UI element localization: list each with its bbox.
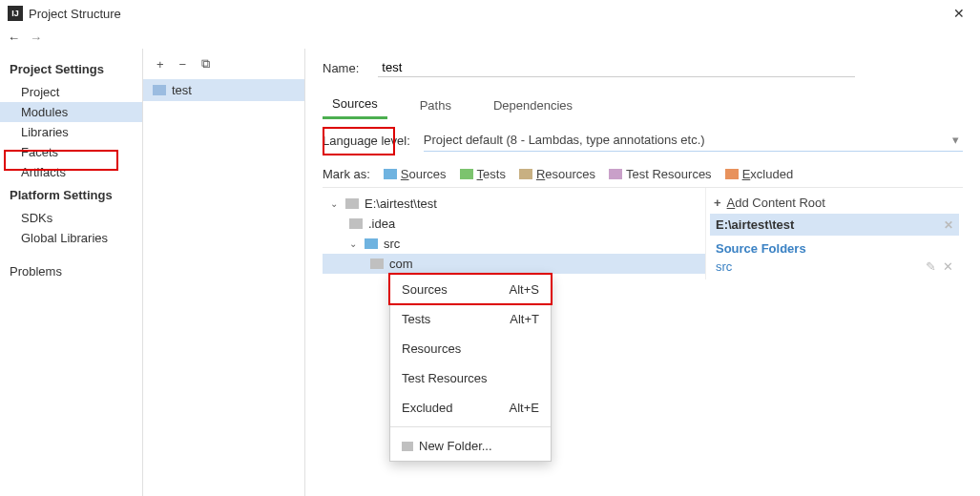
folder-icon <box>153 85 166 95</box>
menu-label: Sources <box>402 282 448 297</box>
module-item-label: test <box>172 83 192 97</box>
add-content-root[interactable]: + Add Content Root <box>710 192 959 214</box>
menu-shortcut: Alt+T <box>510 312 539 326</box>
tree-label: E:\airtest\test <box>365 196 437 211</box>
tree-src[interactable]: ⌄ src <box>323 234 705 254</box>
content-root-path[interactable]: E:\airtest\test ✕ <box>710 214 959 236</box>
sidebar-heading-platform: Platform Settings <box>0 182 142 208</box>
menu-label: Excluded <box>402 401 452 415</box>
sidebar-item-project[interactable]: Project <box>0 82 142 102</box>
back-icon[interactable]: ← <box>8 31 20 45</box>
remove-icon[interactable]: − <box>179 57 187 72</box>
folder-icon <box>365 238 378 249</box>
remove-root-icon[interactable]: ✕ <box>944 218 953 232</box>
add-icon[interactable]: + <box>156 57 164 72</box>
content-roots-panel: + Add Content Root E:\airtest\test ✕ Sou… <box>705 188 963 279</box>
language-level-select[interactable]: Project default (8 - Lambdas, type annot… <box>424 129 963 152</box>
sidebar-item-facets[interactable]: Facets <box>0 142 142 162</box>
menu-resources[interactable]: Resources <box>390 334 551 363</box>
context-menu: Sources Alt+S Tests Alt+T Resources Test… <box>389 274 552 462</box>
separator <box>390 426 551 427</box>
mark-resources[interactable]: Resources <box>519 167 595 181</box>
content-root-label: E:\airtest\test <box>716 217 794 232</box>
module-item-test[interactable]: test <box>143 79 304 101</box>
tab-paths[interactable]: Paths <box>410 93 461 118</box>
edit-icon[interactable]: ✎ <box>926 259 936 274</box>
menu-new-folder[interactable]: New Folder... <box>390 431 551 461</box>
chevron-down-icon[interactable]: ⌄ <box>349 238 359 249</box>
menu-shortcut: Alt+E <box>510 401 539 415</box>
mark-excluded[interactable]: Excluded <box>725 167 793 181</box>
folder-icon <box>402 442 413 451</box>
mark-test-resources[interactable]: Test Resources <box>609 167 712 181</box>
source-tree: ⌄ E:\airtest\test .idea ⌄ src <box>323 188 705 279</box>
tree-label: .idea <box>368 217 395 231</box>
close-button[interactable]: ✕ <box>946 4 972 23</box>
tree-idea[interactable]: .idea <box>323 214 705 234</box>
sidebar-item-problems[interactable]: Problems <box>0 261 142 281</box>
menu-label: Test Resources <box>402 371 488 385</box>
tab-dependencies[interactable]: Dependencies <box>484 93 582 118</box>
folder-icon <box>370 258 384 269</box>
menu-tests[interactable]: Tests Alt+T <box>390 304 551 334</box>
tree-root[interactable]: ⌄ E:\airtest\test <box>323 194 705 214</box>
tree-label: com <box>389 257 413 271</box>
source-folders-heading: Source Folders <box>710 236 959 258</box>
chevron-down-icon[interactable]: ⌄ <box>330 198 340 209</box>
name-field[interactable] <box>378 58 855 77</box>
modules-list: + − ⧉ test <box>143 49 305 496</box>
tree-com[interactable]: com <box>323 254 705 274</box>
mark-as-label: Mark as: <box>323 167 370 181</box>
forward-icon[interactable]: → <box>30 31 42 45</box>
menu-sources[interactable]: Sources Alt+S <box>390 275 551 304</box>
language-level-label: Language level: <box>323 134 410 148</box>
source-folder-label: src <box>716 259 732 274</box>
sidebar-item-modules[interactable]: Modules <box>0 102 142 122</box>
window-title: Project Structure <box>29 7 946 21</box>
mark-tests[interactable]: Tests <box>460 167 506 181</box>
language-level-value: Project default (8 - Lambdas, type annot… <box>424 133 705 147</box>
modules-toolbar: + − ⧉ <box>143 49 304 79</box>
plus-icon: + <box>714 196 721 210</box>
app-icon: IJ <box>8 6 23 21</box>
sidebar-item-global-libraries[interactable]: Global Libraries <box>0 228 142 248</box>
sidebar-item-libraries[interactable]: Libraries <box>0 122 142 142</box>
menu-label: New Folder... <box>419 439 492 453</box>
sidebar-heading-project: Project Settings <box>0 56 142 82</box>
add-content-root-label: Add Content Root <box>727 196 825 210</box>
main-panel: Name: Sources Paths Dependencies Languag… <box>305 49 980 496</box>
sidebar-item-artifacts[interactable]: Artifacts <box>0 162 142 182</box>
menu-shortcut: Alt+S <box>510 282 539 297</box>
menu-test-resources[interactable]: Test Resources <box>390 363 551 393</box>
remove-icon[interactable]: ✕ <box>943 259 953 274</box>
tab-sources[interactable]: Sources <box>323 91 387 119</box>
menu-label: Resources <box>402 341 461 356</box>
menu-excluded[interactable]: Excluded Alt+E <box>390 393 551 423</box>
titlebar: IJ Project Structure ✕ <box>0 0 980 27</box>
folder-icon <box>345 198 359 209</box>
copy-icon[interactable]: ⧉ <box>201 56 210 72</box>
mark-sources[interactable]: Sources <box>384 167 447 181</box>
tree-label: src <box>384 237 400 251</box>
menu-label: Tests <box>402 312 430 326</box>
folder-icon <box>349 218 363 229</box>
source-folder-src[interactable]: src ✎ ✕ <box>710 258 959 276</box>
sidebar-item-sdks[interactable]: SDKs <box>0 208 142 228</box>
name-label: Name: <box>323 61 359 75</box>
nav-arrows: ← → <box>0 27 980 49</box>
sidebar: Project Settings Project Modules Librari… <box>0 49 143 496</box>
